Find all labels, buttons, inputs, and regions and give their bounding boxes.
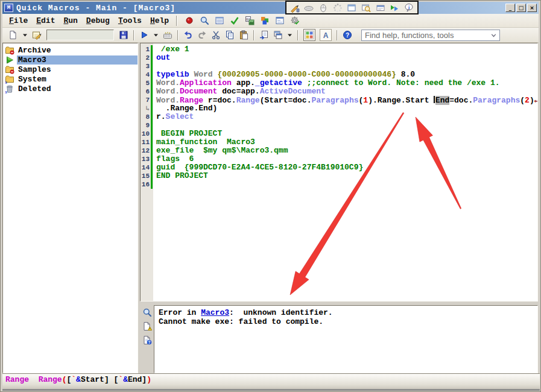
status-segment: ` bbox=[118, 375, 123, 384]
find-output-icon[interactable] bbox=[142, 308, 152, 317]
code-line[interactable]: 16 bbox=[141, 180, 537, 189]
find-combo-chevron[interactable] bbox=[489, 30, 499, 40]
output-text-area[interactable]: Error in Macro3: unknown identifier.Cann… bbox=[154, 305, 538, 373]
code-line[interactable]: 2out bbox=[141, 54, 537, 62]
status-segment: & bbox=[76, 375, 81, 384]
change-bar bbox=[151, 79, 153, 87]
find-window-icon[interactable] bbox=[361, 3, 371, 13]
code-line[interactable]: 4typelib Word {00020905-0000-0000-C000-0… bbox=[141, 71, 537, 79]
minimize-button[interactable]: _ bbox=[505, 4, 515, 12]
help-doc-icon[interactable]: ? bbox=[142, 335, 152, 345]
change-bar bbox=[151, 163, 153, 172]
find-input[interactable] bbox=[362, 31, 489, 40]
code-line[interactable]: 13flags 6 bbox=[141, 155, 537, 163]
dropdown-caret[interactable] bbox=[287, 30, 293, 40]
pen-icon[interactable] bbox=[290, 3, 300, 13]
menu-edit[interactable]: Edit bbox=[32, 15, 59, 27]
help-icon[interactable]: ? bbox=[343, 30, 352, 40]
code-text: END PROJECT bbox=[156, 172, 208, 180]
menu-run[interactable]: Run bbox=[59, 15, 81, 27]
code-editor[interactable]: 1 /exe 12out34typelib Word {00020905-000… bbox=[140, 43, 538, 302]
menu-debug[interactable]: Debug bbox=[82, 15, 114, 27]
change-bar bbox=[151, 45, 153, 54]
windows-icon[interactable] bbox=[273, 30, 283, 40]
code-line[interactable]: 11main_function Macro3 bbox=[141, 138, 537, 147]
menu-file[interactable]: File bbox=[5, 15, 32, 27]
copy-icon[interactable] bbox=[225, 30, 235, 40]
tree-item-archive[interactable]: Archive bbox=[3, 45, 138, 55]
code-text: Word.Document doc=app.ActiveDocument bbox=[156, 87, 326, 96]
search-icon[interactable] bbox=[200, 16, 209, 25]
code-line[interactable]: 6Word.Document doc=app.ActiveDocument bbox=[141, 87, 537, 96]
list-window-icon[interactable] bbox=[215, 16, 224, 25]
undo-icon[interactable] bbox=[183, 30, 193, 40]
tree-item-macro3[interactable]: Macro3 bbox=[3, 55, 138, 65]
code-text: flags 6 bbox=[156, 155, 194, 163]
code-text: Word.Application app._getactive ;;connec… bbox=[156, 79, 500, 87]
icon-view-icon[interactable] bbox=[303, 29, 315, 41]
titlebar[interactable]: M Quick Macros - Main - [Macro3] _□× bbox=[2, 2, 539, 14]
record-icon[interactable] bbox=[185, 16, 194, 25]
status-segment: ) bbox=[147, 375, 151, 384]
qm-items-icon[interactable]: 01 bbox=[245, 16, 255, 25]
form-icon[interactable] bbox=[275, 16, 285, 25]
code-line[interactable]: 15END PROJECT bbox=[141, 172, 537, 180]
compile-warning-icon[interactable] bbox=[142, 321, 152, 331]
code-line[interactable]: 9 bbox=[141, 121, 537, 130]
tree-item-deleted[interactable]: sDeleted bbox=[3, 84, 138, 93]
output-panel: ? Error in Macro3: unknown identifier.Ca… bbox=[140, 305, 538, 373]
code-line[interactable]: 3 bbox=[141, 62, 537, 71]
dropdown-caret[interactable] bbox=[22, 30, 28, 40]
tree-item-samples[interactable]: Samples bbox=[3, 65, 138, 74]
code-segment: Range bbox=[236, 96, 260, 105]
status-segment bbox=[29, 375, 39, 384]
menu-tools[interactable]: Tools bbox=[114, 15, 146, 27]
maximize-button[interactable]: □ bbox=[516, 4, 526, 12]
close-button[interactable]: × bbox=[527, 4, 537, 12]
code-segment: Word bbox=[189, 70, 218, 79]
paste-icon[interactable] bbox=[239, 30, 248, 40]
item-name-field[interactable] bbox=[46, 30, 114, 40]
caption-icon[interactable] bbox=[376, 3, 385, 13]
new-item-icon[interactable] bbox=[8, 30, 18, 40]
code-line[interactable]: 5Word.Application app._getactive ;;conne… bbox=[141, 79, 537, 87]
window-icon[interactable] bbox=[347, 3, 356, 13]
line-number: 8 bbox=[141, 113, 150, 121]
item-properties-icon[interactable] bbox=[32, 30, 42, 40]
code-segment: 1 bbox=[363, 96, 368, 105]
info-balloon-icon[interactable]: i bbox=[404, 3, 414, 13]
gear-check-icon[interactable] bbox=[290, 16, 300, 25]
menu-help[interactable]: Help bbox=[146, 15, 173, 27]
code-line[interactable]: 1 /exe 1 bbox=[141, 45, 537, 54]
compile-icon[interactable] bbox=[163, 30, 172, 40]
save-icon[interactable] bbox=[119, 30, 128, 40]
code-text: r.Select bbox=[156, 113, 194, 121]
code-line[interactable]: 12exe_file $my qm$\Macro3.qmm bbox=[141, 147, 537, 155]
check-icon[interactable] bbox=[230, 16, 239, 25]
code-line[interactable]: 10 BEGIN PROJECT bbox=[141, 130, 537, 138]
chevron-down-icon[interactable] bbox=[489, 30, 498, 40]
cut-icon[interactable] bbox=[211, 30, 221, 40]
busy-icon[interactable] bbox=[333, 3, 343, 13]
goto-icon[interactable] bbox=[259, 30, 269, 40]
code-line[interactable]: 14guid {999DCD70-E2A4-4CE5-8120-27F4B190… bbox=[141, 163, 537, 172]
mouse-icon[interactable] bbox=[318, 3, 328, 13]
line-number: 11 bbox=[141, 138, 150, 147]
code-line[interactable]: 8r.Select bbox=[141, 113, 537, 121]
text-caret bbox=[434, 96, 435, 103]
error-item-link[interactable]: Macro3 bbox=[201, 308, 229, 317]
colors-icon[interactable] bbox=[260, 16, 270, 25]
code-line-wrapped[interactable]: ↳ .Range.End) bbox=[141, 104, 537, 113]
run-menu-icon[interactable] bbox=[390, 3, 399, 13]
selected-token: End bbox=[435, 96, 449, 105]
macro-tree-panel[interactable]: ArchiveMacro3SamplessSystemsDeleted bbox=[2, 43, 138, 373]
redo-icon[interactable] bbox=[197, 30, 207, 40]
tree-item-system[interactable]: sSystem bbox=[3, 74, 138, 84]
code-line[interactable]: 7Word.Range r=doc.Range(Start=doc.Paragr… bbox=[141, 96, 537, 104]
keyboard-icon[interactable] bbox=[304, 3, 314, 13]
run-icon[interactable] bbox=[139, 30, 149, 40]
qm-floating-toolbar[interactable]: i bbox=[285, 1, 419, 14]
text-view-icon[interactable]: A bbox=[320, 29, 332, 41]
dropdown-caret[interactable] bbox=[153, 30, 159, 40]
find-combobox[interactable] bbox=[361, 30, 500, 41]
